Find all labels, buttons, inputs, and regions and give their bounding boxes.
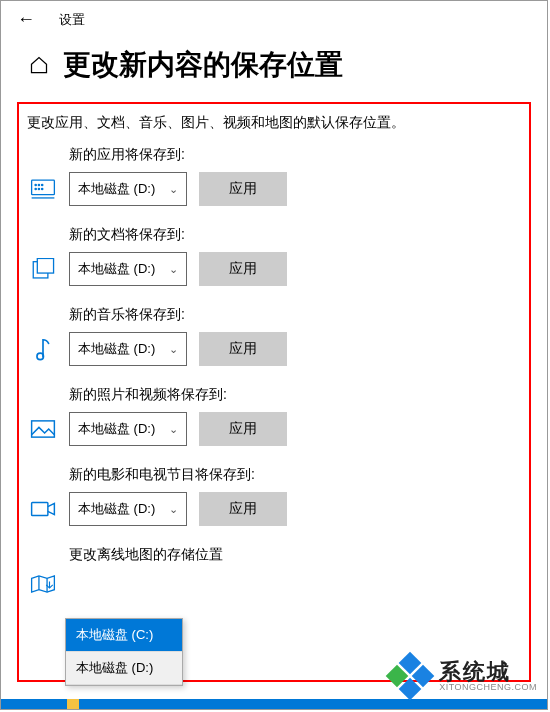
photos-icon xyxy=(29,417,57,441)
chevron-down-icon: ⌄ xyxy=(169,503,178,516)
intro-text: 更改应用、文档、音乐、图片、视频和地图的默认保存位置。 xyxy=(27,114,525,132)
chevron-down-icon: ⌄ xyxy=(169,263,178,276)
svg-point-6 xyxy=(42,188,43,189)
back-button[interactable]: ← xyxy=(17,9,35,30)
home-icon[interactable] xyxy=(29,55,49,75)
maps-drive-dropdown-menu: 本地磁盘 (C:) 本地磁盘 (D:) xyxy=(65,618,183,686)
apply-button-documents[interactable]: 应用 xyxy=(199,252,287,286)
watermark-logo-icon xyxy=(389,655,431,697)
music-drive-dropdown[interactable]: 本地磁盘 (D:) ⌄ xyxy=(69,332,187,366)
setting-label-apps: 新的应用将保存到: xyxy=(69,146,525,164)
watermark-url: XITONGCHENG.COM xyxy=(439,683,537,692)
svg-rect-11 xyxy=(32,421,55,437)
apply-button-apps[interactable]: 应用 xyxy=(199,172,287,206)
titlebar-label: 设置 xyxy=(59,11,85,29)
svg-rect-12 xyxy=(32,503,48,516)
dropdown-option-d[interactable]: 本地磁盘 (D:) xyxy=(66,652,182,685)
page-title: 更改新内容的保存位置 xyxy=(63,46,343,84)
chevron-down-icon: ⌄ xyxy=(169,343,178,356)
apps-drive-dropdown[interactable]: 本地磁盘 (D:) ⌄ xyxy=(69,172,187,206)
svg-point-1 xyxy=(35,184,36,185)
svg-point-4 xyxy=(35,188,36,189)
movies-drive-dropdown[interactable]: 本地磁盘 (D:) ⌄ xyxy=(69,492,187,526)
taskbar xyxy=(1,699,547,709)
photos-drive-dropdown[interactable]: 本地磁盘 (D:) ⌄ xyxy=(69,412,187,446)
maps-icon xyxy=(29,572,57,596)
setting-label-maps: 更改离线地图的存储位置 xyxy=(69,546,525,564)
dropdown-option-c[interactable]: 本地磁盘 (C:) xyxy=(66,619,182,652)
movies-icon xyxy=(29,497,57,521)
watermark: 系统城 XITONGCHENG.COM xyxy=(389,655,537,697)
svg-rect-9 xyxy=(37,258,53,273)
music-icon xyxy=(29,337,57,361)
svg-point-2 xyxy=(38,184,39,185)
apply-button-music[interactable]: 应用 xyxy=(199,332,287,366)
setting-label-photos: 新的照片和视频将保存到: xyxy=(69,386,525,404)
setting-label-music: 新的音乐将保存到: xyxy=(69,306,525,324)
taskbar-item[interactable] xyxy=(67,699,79,709)
chevron-down-icon: ⌄ xyxy=(169,183,178,196)
svg-point-3 xyxy=(42,184,43,185)
documents-icon xyxy=(29,257,57,281)
apply-button-photos[interactable]: 应用 xyxy=(199,412,287,446)
chevron-down-icon: ⌄ xyxy=(169,423,178,436)
watermark-text: 系统城 xyxy=(439,661,537,683)
svg-point-5 xyxy=(38,188,39,189)
svg-rect-0 xyxy=(32,180,55,195)
setting-label-documents: 新的文档将保存到: xyxy=(69,226,525,244)
apps-icon xyxy=(29,177,57,201)
documents-drive-dropdown[interactable]: 本地磁盘 (D:) ⌄ xyxy=(69,252,187,286)
setting-label-movies: 新的电影和电视节目将保存到: xyxy=(69,466,525,484)
apply-button-movies[interactable]: 应用 xyxy=(199,492,287,526)
